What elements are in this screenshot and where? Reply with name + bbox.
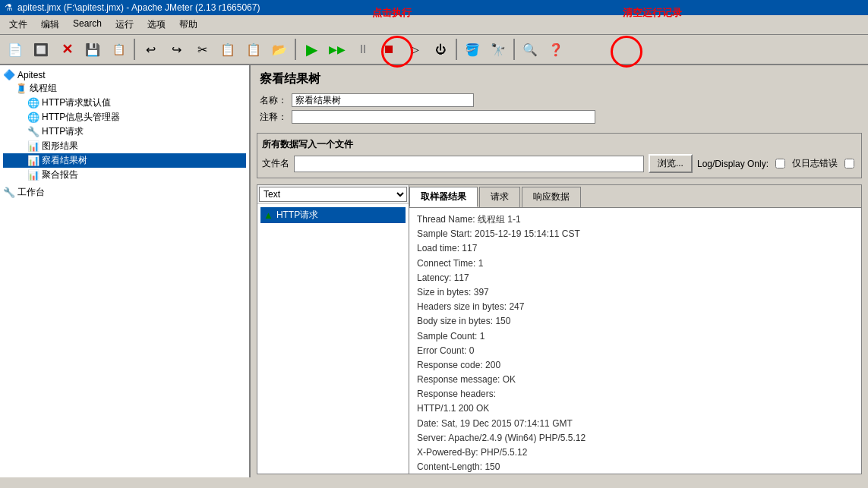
templates-button[interactable]: 🔲 [29, 37, 53, 61]
detail-line: Sample Start: 2015-12-19 15:14:11 CST [417, 227, 854, 241]
tab-request[interactable]: 请求 [479, 187, 520, 207]
result-tree-header: 察看结果树 名称： 注释： [251, 65, 868, 130]
menu-file[interactable]: 文件 [3, 17, 33, 33]
tree-label-apitest: Apitest [17, 70, 46, 80]
tree-label-http-defaults: HTTP请求默认值 [42, 96, 111, 109]
toolbar: 📄 🔲 ✕ 💾 📋 ↩ ↪ ✂ 📋 📋 📂 ▶ ▶▶ ⏸ ⏹ ▷ ⏻ 🪣 🔭 🔍… [0, 35, 868, 65]
shutdown-button[interactable]: ⏻ [428, 37, 453, 61]
title-icon: ⚗ [5, 2, 13, 13]
right-panel: 察看结果树 名称： 注释： 所有数据写入一个文件 文件名 浏览... Log/D… [251, 65, 868, 477]
detail-line: Connect Time: 1 [417, 257, 854, 271]
detail-line: Date: Sat, 19 Dec 2015 07:14:11 GMT [417, 417, 854, 431]
tree-label-thread-group: 线程组 [30, 82, 57, 95]
all-data-label: 所有数据写入一个文件 [262, 138, 857, 151]
log-display-label: Log/Display Only: [697, 159, 769, 169]
cut-button[interactable]: ✂ [190, 37, 214, 61]
results-list: Text ▲ HTTP请求 [257, 185, 409, 474]
result-tree-list: ▲ HTTP请求 [257, 204, 409, 226]
tree-item-graph-results[interactable]: 📊 图形结果 [3, 139, 246, 153]
result-detail: Thread Name: 线程组 1-1Sample Start: 2015-1… [409, 208, 861, 474]
tree-label-http-header: HTTP信息头管理器 [42, 111, 120, 124]
menu-edit[interactable]: 编辑 [35, 17, 65, 33]
separator-1 [134, 39, 135, 60]
detail-line: Response message: OK [417, 373, 854, 387]
pause-button[interactable]: ⏸ [351, 37, 375, 61]
log-extra-checkbox[interactable] [844, 159, 854, 168]
detail-line: Headers size in bytes: 247 [417, 300, 854, 314]
tree-item-view-results-tree[interactable]: 📊 察看结果树 [3, 153, 246, 168]
play-button[interactable]: ▶ [299, 37, 324, 61]
undo-button[interactable]: ↩ [138, 37, 163, 61]
comment-input[interactable] [292, 110, 595, 124]
comment-label: 注释： [260, 111, 287, 124]
tree-panel: 🔷 Apitest 🧵 线程组 🌐 HTTP请求默认值 🌐 HTTP信息头管理器… [0, 65, 251, 477]
file-row: 文件名 浏览... Log/Display Only: 仅日志错误 [262, 154, 857, 173]
log-errors-label: 仅日志错误 [792, 157, 838, 170]
result-item-label: HTTP请求 [276, 209, 318, 222]
tree-label-http-request: HTTP请求 [42, 125, 84, 138]
tab-sampler-result[interactable]: 取样器结果 [409, 187, 478, 207]
results-split: Text ▲ HTTP请求 取样器结果 [257, 185, 861, 474]
tab-response-data[interactable]: 响应数据 [522, 187, 581, 207]
http-request-icon: ▲ [264, 209, 273, 221]
close-button[interactable]: ✕ [55, 37, 79, 61]
detail-line: Server: Apache/2.4.9 (Win64) PHP/5.5.12 [417, 431, 854, 445]
detail-line: HTTP/1.1 200 OK [417, 401, 854, 416]
separator-4 [513, 39, 515, 60]
text-type-select[interactable]: Text [259, 187, 407, 202]
save-button[interactable]: 💾 [80, 37, 105, 61]
detail-line: Response code: 200 [417, 358, 854, 373]
search-button[interactable]: 🔍 [518, 37, 542, 61]
log-errors-checkbox[interactable] [775, 159, 785, 168]
result-item-http[interactable]: ▲ HTTP请求 [260, 207, 406, 223]
menu-options[interactable]: 选项 [141, 17, 172, 33]
tree-item-http-header[interactable]: 🌐 HTTP信息头管理器 [3, 110, 246, 124]
tree-item-apitest[interactable]: 🔷 Apitest [3, 68, 246, 81]
text-dropdown-row: Text [257, 185, 409, 204]
panel-title: 察看结果树 [260, 71, 859, 87]
new-button[interactable]: 📄 [3, 37, 27, 61]
tree-item-aggregate-report[interactable]: 📊 聚合报告 [3, 168, 246, 182]
main-layout: 🔷 Apitest 🧵 线程组 🌐 HTTP请求默认值 🌐 HTTP信息头管理器… [0, 65, 868, 477]
expand-button[interactable]: 📂 [267, 37, 292, 61]
detail-line: Content-Length: 150 [417, 460, 854, 474]
detail-line: Response headers: [417, 387, 854, 401]
play-no-pause-button[interactable]: ▶▶ [325, 37, 349, 61]
tree-item-thread-group[interactable]: 🧵 线程组 [3, 81, 246, 96]
detail-line: X-Powered-By: PHP/5.5.12 [417, 445, 854, 460]
file-section: 所有数据写入一个文件 文件名 浏览... Log/Display Only: 仅… [257, 133, 862, 178]
start-teardown-button[interactable]: ▷ [402, 37, 427, 61]
tree-item-workbench[interactable]: 🔧 工作台 [3, 185, 246, 200]
detail-line: Sample Count: 1 [417, 329, 854, 344]
save-as-button[interactable]: 📋 [106, 37, 131, 61]
title-text: apitest.jmx (F:\apitest.jmx) - Apache JM… [17, 2, 260, 13]
tree-label-view-results-tree: 察看结果树 [42, 154, 87, 167]
copy-button[interactable]: 📋 [216, 37, 240, 61]
clear-all-button[interactable]: 🪣 [460, 37, 485, 61]
paste-button[interactable]: 📋 [241, 37, 266, 61]
file-label: 文件名 [262, 157, 289, 170]
results-area: Text ▲ HTTP请求 取样器结果 [257, 184, 862, 474]
separator-3 [456, 39, 457, 60]
tree-item-http-request[interactable]: 🔧 HTTP请求 [3, 124, 246, 139]
menu-bar: 文件 编辑 Search 运行 选项 帮助 [0, 15, 868, 35]
name-row: 名称： [260, 93, 859, 107]
help-button[interactable]: ❓ [544, 37, 568, 61]
title-bar: ⚗ apitest.jmx (F:\apitest.jmx) - Apache … [0, 0, 868, 15]
detail-line: Load time: 117 [417, 241, 854, 256]
tab-row: 取样器结果 请求 响应数据 [409, 185, 861, 208]
stop-button[interactable]: ⏹ [377, 37, 401, 61]
menu-help[interactable]: 帮助 [173, 17, 204, 33]
name-label: 名称： [260, 94, 287, 107]
file-input[interactable] [294, 156, 644, 172]
menu-run[interactable]: 运行 [109, 17, 140, 33]
menu-search[interactable]: Search [67, 17, 108, 33]
name-input[interactable] [292, 93, 474, 107]
tree-item-http-defaults[interactable]: 🌐 HTTP请求默认值 [3, 96, 246, 110]
detail-line: Size in bytes: 397 [417, 285, 854, 300]
redo-button[interactable]: ↪ [164, 37, 188, 61]
browse-button[interactable]: 浏览... [649, 154, 693, 173]
separator-2 [295, 39, 296, 60]
remote-start-button[interactable]: 🔭 [486, 37, 510, 61]
detail-line: Error Count: 0 [417, 344, 854, 358]
